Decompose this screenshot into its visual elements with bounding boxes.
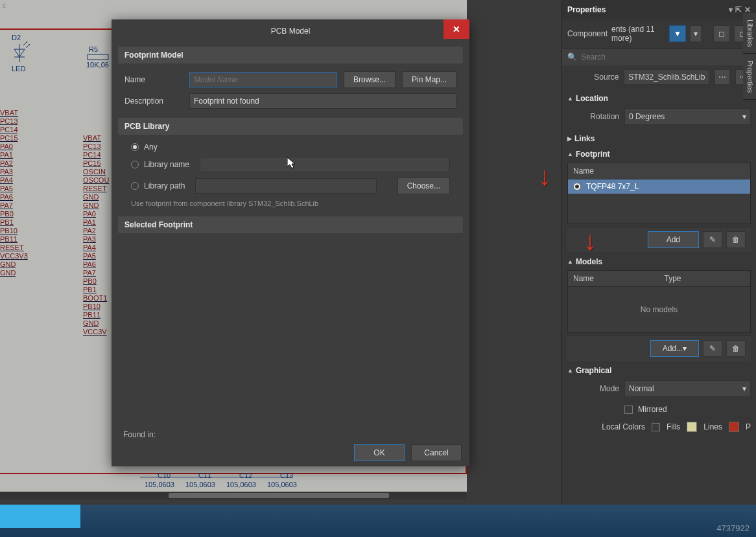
component-label: Component [567,29,608,38]
rotation-select[interactable]: 0 Degrees▾ [624,108,751,125]
section-selected-footprint: Selected Footprint [118,216,463,233]
search-input[interactable] [581,52,751,62]
mirrored-checkbox[interactable] [624,406,633,414]
found-in-label: Found in: [119,430,156,439]
models-delete-button[interactable]: 🗑 [726,340,746,357]
side-tab-properties[interactable]: Properties [743,54,756,100]
radio-any[interactable] [131,143,139,151]
description-label: Description [124,97,183,106]
pcb-model-dialog: PCB Model ✕ Footprint Model Name Browse.… [112,19,469,466]
fills-checkbox[interactable] [652,423,660,431]
source-more-button[interactable]: ⋯ [715,69,730,85]
footprint-row-label: TQFP48 7x7_L [586,182,639,191]
dialog-title: PCB Model ✕ [112,19,469,43]
section-graphical[interactable]: ▲Graphical [562,361,756,376]
section-pcb-library: PCB Library [118,118,463,135]
library-path-input[interactable] [195,178,377,194]
local-colors-label: Local Colors [602,422,645,431]
properties-title: Properties [567,5,606,14]
properties-panel: Properties ▾ ⇱ ✕ Component ents (and 11 … [561,0,756,537]
component-more: ents (and 11 more) [611,25,665,43]
search-icon: 🔍 [567,52,577,62]
pin-map-button[interactable]: Pin Map... [402,71,456,88]
library-name-input[interactable] [200,157,450,172]
horizontal-scrollbar[interactable] [0,492,467,499]
radio-library-name[interactable] [131,161,139,168]
radio-library-path[interactable] [131,182,139,190]
cancel-button[interactable]: Cancel [411,444,462,461]
footprint-add-button[interactable]: Add [648,231,699,248]
source-value: STM32_Schlib.SchLib [624,69,709,85]
select-all-icon[interactable]: ◻ [713,25,730,42]
filter-button[interactable]: ▼ [669,25,686,42]
models-col-type: Type [659,271,751,286]
models-col-name: Name [568,271,659,286]
section-location[interactable]: ▲Location [562,89,756,104]
side-tabs: Libraries Properties [743,13,756,100]
description-value: Footprint not found [189,93,456,109]
footprint-delete-button[interactable]: 🗑 [726,231,746,248]
taskbar [0,505,756,537]
side-tab-libraries[interactable]: Libraries [743,13,756,54]
mode-select[interactable]: Normal▾ [624,380,751,397]
dialog-title-text: PCB Model [271,27,311,36]
footprint-row[interactable]: TQFP48 7x7_L [568,179,750,194]
footprint-col-name: Name [568,163,750,179]
fills-label: Fills [667,422,680,431]
source-label: Source [567,73,619,82]
section-footprint-model: Footprint Model [118,47,463,63]
annotation-arrow-icon: ↓ [538,162,551,191]
footprint-edit-button[interactable]: ✎ [703,231,722,248]
section-links[interactable]: ▶Links [562,129,756,144]
rotation-label: Rotation [567,112,619,121]
model-name-input[interactable] [189,72,337,87]
footprint-radio[interactable] [573,183,581,190]
radio-library-name-label: Library name [144,160,189,169]
titlebar-text: c [3,1,6,9]
fills-swatch[interactable] [687,422,697,432]
models-edit-button[interactable]: ✎ [703,340,722,357]
section-footprint[interactable]: ▲Footprint [562,144,756,160]
taskbar-item[interactable] [0,505,80,528]
dialog-close-button[interactable]: ✕ [443,19,469,39]
radio-library-path-label: Library path [144,181,185,190]
choose-button[interactable]: Choose... [397,177,450,194]
panel-dropdown-icon[interactable]: ▾ [729,5,733,14]
ok-button[interactable]: OK [354,444,405,461]
library-hint: Use footprint from component library STM… [118,197,463,210]
radio-any-label: Any [144,143,158,152]
properties-header: Properties ▾ ⇱ ✕ [562,0,756,19]
panel-pin-icon[interactable]: ⇱ [735,5,742,14]
watermark: 4737922 [716,523,750,533]
filter-dropdown-button[interactable]: ▾ [690,25,702,42]
lines-swatch[interactable] [729,422,739,432]
lines-label: Lines [703,422,722,431]
models-add-button[interactable]: Add... ▾ [650,340,699,357]
footprint-table: Name TQFP48 7x7_L [567,163,751,224]
browse-button[interactable]: Browse... [344,71,396,88]
models-empty: No models [568,287,750,332]
schematic-canvas: D2 LED R5 10K,06 VBAT PC13 PC14 PC15 PA0… [0,0,561,537]
mode-label: Mode [567,384,619,393]
mirrored-label: Mirrored [638,405,667,414]
p-label: P [746,422,751,431]
annotation-arrow-icon: ↓ [584,227,597,256]
name-label: Name [124,75,183,84]
